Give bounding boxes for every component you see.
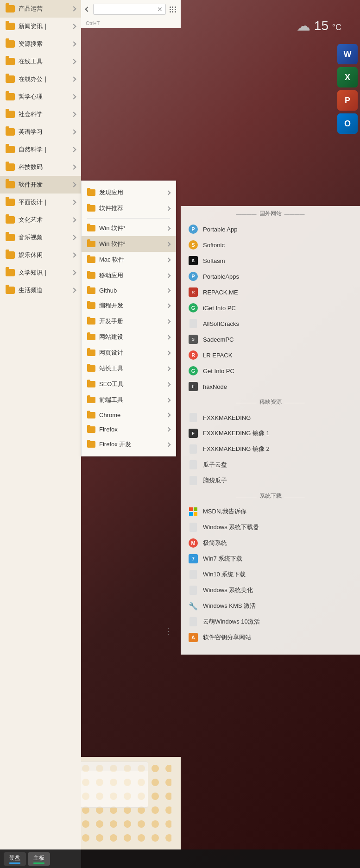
link-icon-sadeempc: S: [188, 334, 198, 344]
menu-item-win1[interactable]: Win 软件¹: [82, 220, 176, 236]
section-title-foreign: 国外网站: [259, 210, 282, 218]
link-windows-kms[interactable]: 🔧 Windows KMS 激活: [181, 598, 360, 614]
sidebar-item-resource[interactable]: 资源搜索: [0, 35, 81, 53]
sidebar-item-philosophy[interactable]: 哲学心理: [0, 88, 81, 106]
link-text: MSDN,我告诉你: [203, 507, 246, 516]
folder-icon: [6, 163, 15, 171]
link-text: Win10 系统下载: [203, 570, 246, 579]
link-lrepack[interactable]: R LR EPACK: [181, 347, 360, 363]
menu-item-frontend[interactable]: 前端工具: [82, 392, 176, 408]
menu-item-label: 前端工具: [99, 396, 167, 404]
search-input[interactable]: [96, 6, 157, 12]
folder-icon: [87, 241, 95, 247]
more-options-button[interactable]: ⋮: [162, 625, 174, 637]
sidebar-item-music[interactable]: 音乐视频: [0, 229, 81, 246]
link-sadeempc[interactable]: S SadeemPC: [181, 331, 360, 347]
link-windows-beauty[interactable]: Windows 系统美化: [181, 582, 360, 598]
grid-dot: [170, 6, 171, 8]
menu-item-seo[interactable]: SEO工具: [82, 376, 176, 392]
back-button[interactable]: [86, 7, 89, 11]
link-yunmeng-win10[interactable]: 云萌Windows 10激活: [181, 614, 360, 630]
chevron-right-icon: [166, 206, 171, 211]
office-word-icon[interactable]: W: [337, 44, 358, 64]
menu-item-webmaster[interactable]: 站长工具: [82, 361, 176, 376]
menu-item-software-recommend[interactable]: 软件推荐: [82, 200, 176, 216]
office-outlook-icon[interactable]: O: [337, 113, 358, 134]
link-repackme[interactable]: R REPACK.ME: [181, 284, 360, 300]
link-getintopc[interactable]: G Get Into PC: [181, 363, 360, 379]
menu-item-devdocs[interactable]: 开发手册: [82, 313, 176, 329]
sidebar-item-art[interactable]: 文化艺术: [0, 211, 81, 229]
sidebar-item-news[interactable]: 新闻资讯｜: [0, 18, 81, 35]
link-igetintopc[interactable]: G iGet Into PC: [181, 300, 360, 316]
office-ppt-icon[interactable]: P: [337, 90, 358, 111]
grid-menu-button[interactable]: [170, 6, 176, 12]
link-jijian[interactable]: M 极简系统: [181, 535, 360, 551]
sidebar-item-entertainment[interactable]: 娱乐休闲: [0, 246, 81, 264]
link-win10[interactable]: Win10 系统下载: [181, 567, 360, 582]
link-icon-fxxkmakeding-mirror1: F: [188, 428, 198, 438]
link-icon-igetintopc: G: [188, 303, 198, 313]
link-softonic[interactable]: S Softonic: [181, 237, 360, 253]
sidebar-item-literature[interactable]: 文学知识｜: [0, 264, 81, 281]
link-portableapps[interactable]: P PortableApps: [181, 269, 360, 284]
link-text: 极简系统: [203, 539, 227, 547]
chevron-right-icon: [71, 76, 76, 81]
link-windows-downloader[interactable]: Windows 系统下载器: [181, 519, 360, 535]
menu-item-programming[interactable]: 编程开发: [82, 298, 176, 313]
link-nodaiguazi[interactable]: 脑袋瓜子: [181, 473, 360, 488]
link-guazi-cloud[interactable]: 瓜子云盘: [181, 457, 360, 473]
search-close-icon[interactable]: ✕: [157, 6, 163, 13]
sidebar-item-design[interactable]: 平面设计｜: [0, 194, 81, 211]
sidebar-item-science[interactable]: 自然科学｜: [0, 141, 81, 158]
sidebar-item-english[interactable]: 英语学习: [0, 123, 81, 141]
menu-item-mobile[interactable]: 移动应用: [82, 268, 176, 283]
sidebar-item-label: 产品运营: [19, 5, 72, 13]
office-excel-icon[interactable]: X: [337, 67, 358, 87]
sidebar-item-tech[interactable]: 科技数码: [0, 158, 81, 176]
back-arrow-icon: [85, 6, 90, 12]
sidebar-item-label: 娱乐休闲: [19, 251, 72, 259]
menu-item-firefox[interactable]: Firefox: [82, 422, 176, 437]
section-header-sysdownload: ———— 系统下载 ————: [181, 488, 360, 504]
link-portable-app[interactable]: P Portable App: [181, 221, 360, 237]
chevron-right-icon: [71, 270, 76, 275]
sidebar-item-label: 软件开发: [19, 181, 72, 189]
sidebar-item-life[interactable]: 生活频道: [0, 281, 81, 299]
link-softasm[interactable]: S Softasm: [181, 253, 360, 269]
sidebar-item-office[interactable]: 在线办公｜: [0, 70, 81, 88]
svg-rect-0: [189, 507, 193, 511]
link-fxxkmakeding-mirror2[interactable]: FXXKMAKEDING 镜像 2: [181, 441, 360, 457]
menu-item-website-build[interactable]: 网站建设: [82, 329, 176, 345]
menu-item-firefox-dev[interactable]: Firefox 开发: [82, 437, 176, 452]
search-input-wrap[interactable]: ✕: [93, 4, 166, 15]
link-haxnode[interactable]: h haxNode: [181, 379, 360, 394]
sidebar-item-tools[interactable]: 在线工具: [0, 53, 81, 70]
link-win7[interactable]: 7 Win7 系统下载: [181, 551, 360, 567]
menu-item-win2[interactable]: Win 软件²: [82, 236, 176, 252]
taskbar-item-motherboard[interactable]: 主板: [28, 852, 50, 866]
chevron-right-icon: [166, 319, 171, 324]
link-text: FXXKMAKEDING 镜像 2: [203, 445, 270, 453]
link-text: Win7 系统下载: [203, 555, 242, 563]
section-header-foreign: ———— 国外网站 ————: [181, 206, 360, 221]
sidebar-item-software[interactable]: 软件开发: [0, 176, 81, 194]
chevron-right-icon: [71, 94, 76, 99]
taskbar-item-harddisk[interactable]: 硬盘: [4, 852, 26, 866]
link-fxxkmakeding[interactable]: FXXKMAKEDING: [181, 410, 360, 425]
menu-item-mac[interactable]: Mac 软件: [82, 252, 176, 268]
menu-item-github[interactable]: Github: [82, 283, 176, 298]
sidebar-item-social[interactable]: 社会科学: [0, 106, 81, 123]
menu-item-discover[interactable]: 发现应用: [82, 185, 176, 200]
sidebar-item-product[interactable]: 产品运营: [0, 0, 81, 18]
link-software-key[interactable]: A 软件密钥分享网站: [181, 630, 360, 645]
menu-item-label: 开发手册: [99, 317, 167, 325]
menu-item-chrome[interactable]: Chrome: [82, 408, 176, 422]
link-icon-getintopc: G: [188, 366, 198, 376]
link-allsoftcracks[interactable]: AllSoftCracks: [181, 316, 360, 331]
menu-item-webdesign[interactable]: 网页设计: [82, 345, 176, 361]
link-msdn[interactable]: MSDN,我告诉你: [181, 504, 360, 519]
folder-icon: [87, 287, 95, 294]
link-text: PortableApps: [203, 273, 239, 280]
link-fxxkmakeding-mirror1[interactable]: F FXXKMAKEDING 镜像 1: [181, 425, 360, 441]
